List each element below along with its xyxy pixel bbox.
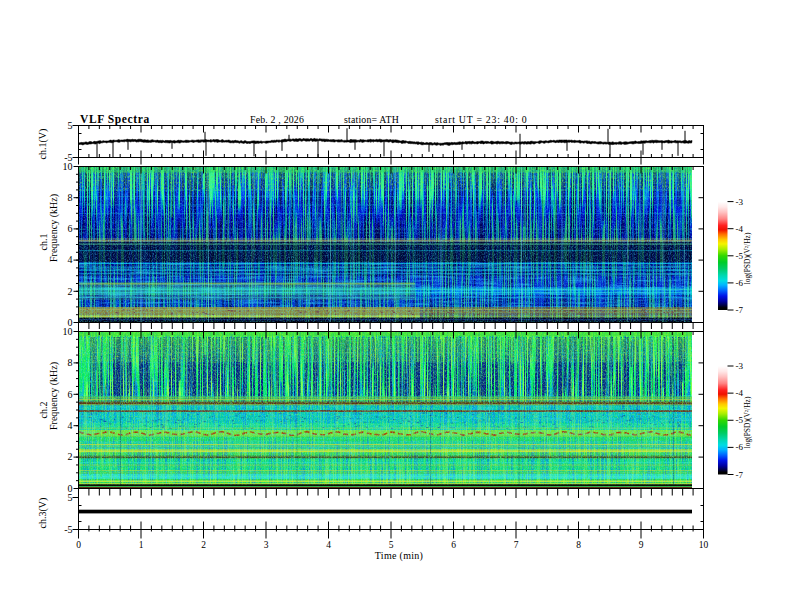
- svg-text:5: 5: [389, 540, 394, 550]
- svg-text:-3: -3: [736, 197, 744, 207]
- svg-text:1: 1: [139, 540, 144, 550]
- svg-text:-5: -5: [64, 524, 72, 535]
- svg-text:-7: -7: [736, 470, 744, 480]
- svg-text:Frequency (kHz): Frequency (kHz): [48, 194, 60, 262]
- svg-text:VLF Spectra: VLF Spectra: [80, 113, 150, 126]
- svg-text:3: 3: [264, 540, 269, 550]
- svg-text:8: 8: [68, 357, 73, 368]
- svg-text:4: 4: [68, 254, 73, 265]
- svg-text:-4: -4: [736, 224, 744, 234]
- svg-text:6: 6: [451, 540, 456, 550]
- svg-text:10: 10: [63, 326, 73, 337]
- svg-text:ch.1: ch.1: [38, 234, 49, 251]
- svg-text:4: 4: [68, 420, 73, 431]
- svg-text:8: 8: [68, 192, 73, 203]
- svg-text:ch.2: ch.2: [38, 402, 49, 419]
- svg-text:6: 6: [68, 389, 73, 400]
- svg-text:Feb. 2 , 2026: Feb. 2 , 2026: [250, 114, 304, 125]
- svg-text:9: 9: [639, 540, 644, 550]
- svg-text:-7: -7: [736, 305, 744, 315]
- svg-text:8: 8: [576, 540, 581, 550]
- svg-text:2: 2: [201, 540, 206, 550]
- svg-text:0: 0: [68, 483, 73, 494]
- svg-text:log(PSD)(V²/Hz): log(PSD)(V²/Hz): [743, 232, 752, 284]
- svg-text:0: 0: [76, 540, 81, 550]
- svg-text:2: 2: [68, 286, 73, 297]
- svg-text:log(PSD)(V²/Hz): log(PSD)(V²/Hz): [743, 396, 752, 448]
- svg-text:ch.3(V): ch.3(V): [37, 498, 49, 529]
- svg-text:6: 6: [68, 223, 73, 234]
- svg-text:Frequency (kHz): Frequency (kHz): [48, 362, 60, 430]
- svg-text:station= ATH: station= ATH: [344, 114, 399, 125]
- svg-text:10: 10: [699, 540, 709, 550]
- svg-text:start UT = 23: 40: 0: start UT = 23: 40: 0: [435, 114, 527, 125]
- svg-text:7: 7: [514, 540, 519, 550]
- svg-text:-3: -3: [736, 361, 744, 371]
- svg-text:ch.1(V): ch.1(V): [37, 129, 49, 160]
- svg-text:4: 4: [326, 540, 331, 550]
- svg-text:10: 10: [63, 161, 73, 172]
- svg-text:5: 5: [68, 120, 73, 131]
- svg-text:2: 2: [68, 451, 73, 462]
- svg-text:Time (min): Time (min): [375, 550, 423, 562]
